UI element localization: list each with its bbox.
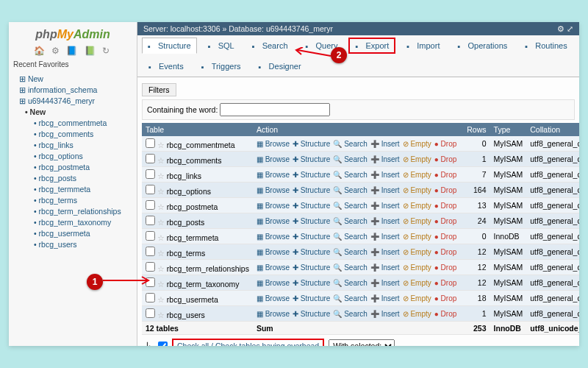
row-check[interactable] (146, 138, 155, 148)
tab-structure[interactable]: ▪Structure (142, 38, 197, 54)
insert-link[interactable]: ➕ Insert (370, 171, 400, 179)
drop-link[interactable]: ● Drop (434, 217, 457, 225)
star-icon[interactable]: ☆ (157, 249, 165, 258)
row-check[interactable] (146, 216, 155, 225)
insert-link[interactable]: ➕ Insert (370, 248, 400, 256)
drop-link[interactable]: ● Drop (434, 233, 457, 241)
insert-link[interactable]: ➕ Insert (370, 279, 400, 287)
browse-link[interactable]: ▦ Browse (257, 202, 290, 210)
tree-item[interactable]: • New (9, 106, 137, 117)
empty-link[interactable]: ⊘ Empty (403, 202, 431, 210)
tree-item[interactable]: • rbcg_term_taxonomy (9, 216, 137, 227)
row-check[interactable] (146, 231, 155, 241)
empty-link[interactable]: ⊘ Empty (403, 248, 431, 256)
tree-item[interactable]: • rbcg_commentmeta (9, 117, 137, 128)
tree-item[interactable]: • rbcg_links (9, 139, 137, 150)
insert-link[interactable]: ➕ Insert (370, 155, 400, 163)
drop-link[interactable]: ● Drop (434, 263, 457, 272)
search-link[interactable]: 🔍 Search (333, 248, 367, 256)
row-check[interactable] (146, 308, 155, 318)
tab-import[interactable]: ▪Import (400, 38, 446, 54)
table-name[interactable]: rbcg_posts (167, 218, 204, 227)
drop-link[interactable]: ● Drop (434, 294, 457, 302)
browse-link[interactable]: ▦ Browse (257, 186, 290, 194)
structure-link[interactable]: ✚ Structure (293, 140, 330, 148)
breadcrumb[interactable]: Server: localhost:3306 » Database: u6944… (143, 24, 333, 33)
structure-link[interactable]: ✚ Structure (293, 233, 330, 241)
tab-events[interactable]: ▪Events (142, 58, 190, 74)
star-icon[interactable]: ☆ (157, 156, 165, 165)
star-icon[interactable]: ☆ (157, 141, 165, 149)
drop-link[interactable]: ● Drop (434, 155, 457, 163)
empty-link[interactable]: ⊘ Empty (403, 186, 431, 194)
drop-link[interactable]: ● Drop (434, 310, 457, 318)
insert-link[interactable]: ➕ Insert (370, 233, 400, 241)
recent-favorites[interactable]: Recent Favorites (9, 59, 137, 70)
search-link[interactable]: 🔍 Search (333, 202, 367, 210)
empty-link[interactable]: ⊘ Empty (403, 233, 431, 241)
search-link[interactable]: 🔍 Search (333, 294, 367, 302)
table-name[interactable]: rbcg_users (167, 311, 205, 319)
empty-link[interactable]: ⊘ Empty (403, 294, 431, 302)
server-bar-gear-icon[interactable]: ⚙ ⤢ (557, 24, 573, 33)
star-icon[interactable]: ☆ (157, 295, 165, 304)
table-name[interactable]: rbcg_term_relationships (167, 264, 249, 273)
search-link[interactable]: 🔍 Search (333, 217, 367, 225)
tree-item[interactable]: • rbcg_comments (9, 128, 137, 139)
star-icon[interactable]: ☆ (157, 202, 165, 211)
empty-link[interactable]: ⊘ Empty (403, 310, 431, 318)
row-check[interactable] (146, 247, 155, 256)
structure-link[interactable]: ✚ Structure (293, 155, 330, 163)
structure-link[interactable]: ✚ Structure (293, 248, 330, 256)
tab-triggers[interactable]: ▪Triggers (195, 58, 248, 74)
table-name[interactable]: rbcg_usermeta (167, 295, 218, 304)
browse-link[interactable]: ▦ Browse (257, 217, 290, 225)
structure-link[interactable]: ✚ Structure (293, 171, 330, 179)
structure-link[interactable]: ✚ Structure (293, 310, 330, 318)
empty-link[interactable]: ⊘ Empty (403, 279, 431, 287)
star-icon[interactable]: ☆ (157, 264, 165, 273)
browse-link[interactable]: ▦ Browse (257, 140, 290, 148)
star-icon[interactable]: ☆ (157, 311, 165, 319)
contain-input[interactable] (220, 103, 330, 116)
insert-link[interactable]: ➕ Insert (370, 186, 400, 194)
table-name[interactable]: rbcg_termmeta (167, 233, 219, 242)
star-icon[interactable]: ☆ (157, 233, 165, 242)
tree-item[interactable]: • rbcg_options (9, 150, 137, 161)
col-type[interactable]: Type (490, 123, 527, 136)
tree-item[interactable]: • rbcg_usermeta (9, 227, 137, 238)
tab-operations[interactable]: ▪Operations (451, 38, 514, 54)
tree-item[interactable]: ⊞ u694443746_meryr (9, 95, 137, 106)
table-name[interactable]: rbcg_comments (167, 156, 222, 165)
structure-link[interactable]: ✚ Structure (293, 217, 330, 225)
structure-link[interactable]: ✚ Structure (293, 294, 330, 302)
check-all-box[interactable] (158, 342, 168, 347)
row-check[interactable] (146, 154, 155, 163)
browse-link[interactable]: ▦ Browse (257, 171, 290, 179)
col-table[interactable]: Table (142, 123, 253, 136)
search-link[interactable]: 🔍 Search (333, 233, 367, 241)
browse-link[interactable]: ▦ Browse (257, 310, 290, 318)
empty-link[interactable]: ⊘ Empty (403, 171, 431, 179)
search-link[interactable]: 🔍 Search (333, 155, 367, 163)
browse-link[interactable]: ▦ Browse (257, 155, 290, 163)
tab-sql[interactable]: ▪SQL (201, 38, 241, 54)
table-name[interactable]: rbcg_links (167, 171, 201, 180)
drop-link[interactable]: ● Drop (434, 279, 457, 287)
search-link[interactable]: 🔍 Search (333, 310, 367, 318)
browse-link[interactable]: ▦ Browse (257, 263, 290, 272)
logo-toolbar-icons[interactable]: 🏠 ⚙ 📘 📗 ↻ (9, 44, 137, 59)
insert-link[interactable]: ➕ Insert (370, 263, 400, 272)
insert-link[interactable]: ➕ Insert (370, 202, 400, 210)
table-name[interactable]: rbcg_options (167, 187, 211, 196)
tree-item[interactable]: ⊞ information_schema (9, 84, 137, 95)
drop-link[interactable]: ● Drop (434, 171, 457, 179)
row-check[interactable] (146, 169, 155, 179)
table-name[interactable]: rbcg_terms (167, 249, 206, 258)
row-check[interactable] (146, 262, 155, 272)
insert-link[interactable]: ➕ Insert (370, 140, 400, 148)
browse-link[interactable]: ▦ Browse (257, 248, 290, 256)
check-all-label[interactable]: Check all / Check tables having overhead (172, 339, 324, 346)
tab-search[interactable]: ▪Search (245, 38, 295, 54)
col-collation[interactable]: Collation (526, 123, 579, 136)
